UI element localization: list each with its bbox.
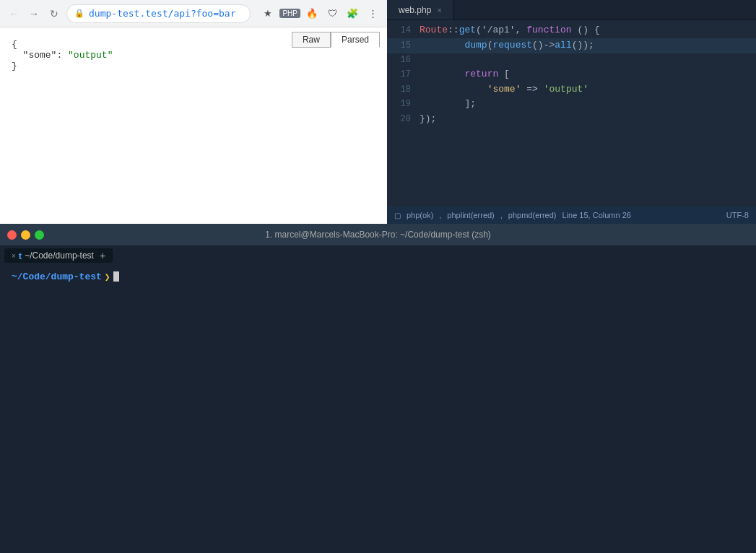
status-phpmd: phpmd(erred) <box>508 211 557 219</box>
line-content-15: dump(request()->all()); <box>420 38 756 53</box>
terminal-prompt-arrow: ❯ <box>105 271 110 283</box>
terminal-new-tab-icon[interactable]: + <box>100 250 105 261</box>
address-bar[interactable]: 🔒 dump-test.test/api?foo=bar <box>66 4 251 23</box>
editor-panel: web.php × 14 Route::get('/api', function… <box>387 0 756 224</box>
url-text: dump-test.test/api?foo=bar <box>89 8 243 19</box>
terminal-titlebar: 1. marcel@Marcels-MacBook-Pro: ~/Code/du… <box>0 224 756 245</box>
status-icon: ▢ <box>394 212 401 219</box>
line-num-18: 18 <box>387 83 420 97</box>
browser-panel: ← → ↻ 🔒 dump-test.test/api?foo=bar ★ PHP… <box>0 0 387 224</box>
forward-button[interactable]: → <box>26 6 42 22</box>
line-num-15: 15 <box>387 39 420 53</box>
traffic-lights <box>7 230 44 240</box>
terminal-tab-item[interactable]: × t ~/Code/dump-test + <box>4 248 113 263</box>
browser-content: { "some": "output" } <box>0 27 387 224</box>
line-content-14: Route::get('/api', function () { <box>420 23 756 38</box>
line-num-17: 17 <box>387 68 420 82</box>
code-line-17: 17 return [ <box>387 67 756 82</box>
terminal-cursor <box>113 271 119 282</box>
back-button[interactable]: ← <box>6 6 22 22</box>
puzzle-button[interactable]: 🧩 <box>344 5 361 22</box>
line-num-20: 20 <box>387 113 420 126</box>
line-num-14: 14 <box>387 24 420 38</box>
reload-button[interactable]: ↻ <box>46 6 62 22</box>
line-content-18: 'some' => 'output' <box>420 82 756 97</box>
line-num-16: 16 <box>387 53 420 67</box>
line-content-19: ]; <box>420 97 756 112</box>
editor-tab-web-php[interactable]: web.php × <box>387 0 454 19</box>
terminal-close-icon[interactable]: × <box>12 252 16 260</box>
minimize-window-button[interactable] <box>21 230 30 240</box>
status-comma-1: , <box>439 211 441 219</box>
close-window-button[interactable] <box>7 230 17 240</box>
code-line-16: 16 <box>387 53 756 67</box>
parsed-tab-button[interactable]: Parsed <box>331 32 380 48</box>
terminal-title: 1. marcel@Marcels-MacBook-Pro: ~/Code/du… <box>265 230 491 240</box>
terminal-tab-bar: × t ~/Code/dump-test + <box>0 245 756 266</box>
php-badge: PHP <box>279 9 300 18</box>
raw-tab-button[interactable]: Raw <box>292 32 331 48</box>
shield-button[interactable]: 🛡 <box>323 5 341 22</box>
status-phplint: phplint(erred) <box>447 211 494 219</box>
code-line-18: 18 'some' => 'output' <box>387 82 756 97</box>
line-num-19: 19 <box>387 97 420 111</box>
flame-button[interactable]: 🔥 <box>303 5 321 22</box>
code-line-15: 15 dump(request()->all()); <box>387 38 756 53</box>
editor-tab-bar: web.php × <box>387 0 756 20</box>
editor-filename: web.php <box>399 5 431 15</box>
json-line-2: "some": "output" <box>12 50 375 61</box>
terminal-t-icon: t <box>19 251 22 261</box>
terminal-body[interactable]: ~/Code/dump-test ❯ <box>0 266 756 553</box>
editor-tab-close[interactable]: × <box>437 6 441 14</box>
code-line-20: 20 }); <box>387 112 756 127</box>
terminal-tab-label: ~/Code/dump-test <box>25 251 94 261</box>
terminal-panel: 1. marcel@Marcels-MacBook-Pro: ~/Code/du… <box>0 224 756 553</box>
editor-status-bar: ▢ php(ok) , phplint(erred) , phpmd(erred… <box>387 206 756 224</box>
maximize-window-button[interactable] <box>35 230 44 240</box>
lock-icon: 🔒 <box>74 9 84 18</box>
browser-toolbar: ← → ↻ 🔒 dump-test.test/api?foo=bar ★ PHP… <box>0 0 387 27</box>
line-content-20: }); <box>420 112 756 127</box>
status-position: Line 15, Column 26 <box>562 211 630 219</box>
status-encoding: UTF-8 <box>726 211 749 219</box>
line-content-17: return [ <box>420 67 756 82</box>
editor-code-area: 14 Route::get('/api', function () { 15 d… <box>387 20 756 206</box>
status-comma-2: , <box>500 211 503 219</box>
terminal-prompt-dir: ~/Code/dump-test <box>12 271 102 282</box>
status-php-ok: php(ok) <box>407 211 433 219</box>
browser-toolbar-icons: ★ PHP 🔥 🛡 🧩 ⋮ <box>259 5 381 22</box>
menu-button[interactable]: ⋮ <box>364 5 381 22</box>
bookmark-button[interactable]: ★ <box>259 5 277 22</box>
code-line-19: 19 ]; <box>387 97 756 112</box>
json-line-3: } <box>12 61 375 71</box>
code-line-14: 14 Route::get('/api', function () { <box>387 23 756 38</box>
